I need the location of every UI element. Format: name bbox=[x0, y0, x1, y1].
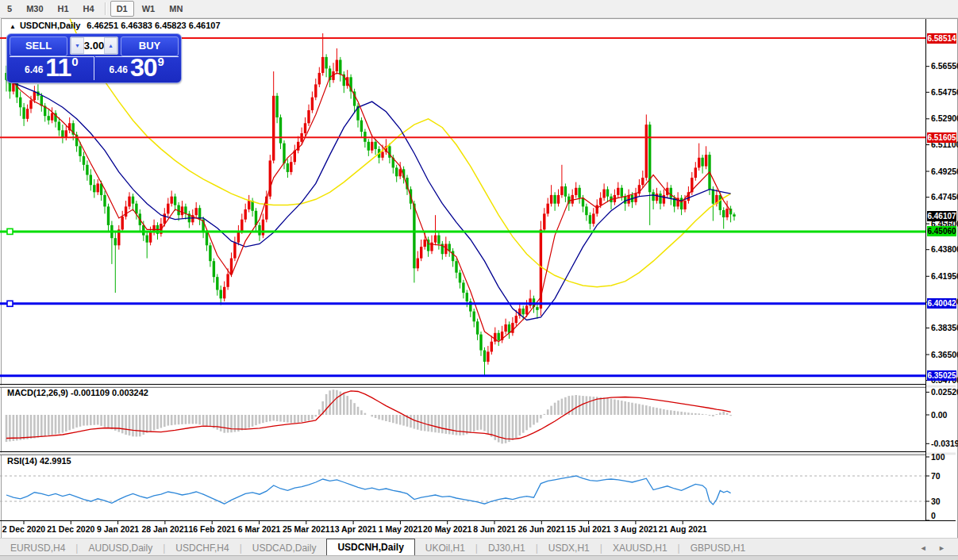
macd-name: MACD(12,26,9) bbox=[7, 388, 68, 397]
buy-price-sup: 9 bbox=[158, 55, 164, 68]
rsi-label: RSI(14) 42.9915 bbox=[7, 456, 71, 466]
timeframe-button-m30[interactable]: M30 bbox=[20, 1, 49, 17]
svg-text:6.36500: 6.36500 bbox=[931, 350, 958, 359]
svg-text:20 May 2021: 20 May 2021 bbox=[423, 524, 471, 534]
svg-text:28 Jan 2021: 28 Jan 2021 bbox=[141, 524, 188, 534]
ohlc-values: 6.46251 6.46383 6.45823 6.46107 bbox=[87, 21, 220, 30]
price-badge-6.35025: 6.35025 bbox=[927, 370, 956, 381]
svg-text:6.38350: 6.38350 bbox=[931, 323, 958, 332]
svg-text:30: 30 bbox=[931, 497, 941, 506]
rsi-name: RSI(14) bbox=[7, 456, 37, 466]
buy-quote[interactable]: 6.46 30 9 bbox=[95, 56, 179, 80]
svg-text:0.025209: 0.025209 bbox=[931, 387, 958, 397]
svg-text:6.47450: 6.47450 bbox=[931, 192, 958, 201]
chart-tab-usdchf[interactable]: USDCHF,H4 bbox=[165, 541, 239, 556]
svg-text:8 Jun 2021: 8 Jun 2021 bbox=[473, 524, 516, 534]
chart-tab-ukoil[interactable]: UKOil,H1 bbox=[415, 541, 475, 556]
svg-text:2 Dec 2020: 2 Dec 2020 bbox=[2, 524, 45, 534]
svg-text:100: 100 bbox=[931, 452, 945, 462]
svg-text:-0.03199: -0.03199 bbox=[931, 439, 958, 448]
svg-text:6.41950: 6.41950 bbox=[931, 271, 958, 281]
svg-text:16 Feb 2021: 16 Feb 2021 bbox=[188, 524, 236, 534]
timeframe-button-h1[interactable]: H1 bbox=[52, 1, 75, 17]
svg-text:70: 70 bbox=[931, 471, 941, 481]
svg-text:6.54750: 6.54750 bbox=[931, 87, 958, 97]
toolbar-separator bbox=[105, 2, 106, 15]
sell-price-big: 11 bbox=[45, 56, 71, 79]
price-badge-6.40042: 6.40042 bbox=[927, 298, 956, 309]
symbol-title: USDCNH,Daily bbox=[20, 21, 80, 30]
svg-text:15 Jul 2021: 15 Jul 2021 bbox=[567, 524, 611, 534]
sell-quote[interactable]: 6.46 11 0 bbox=[10, 56, 94, 80]
collapse-icon[interactable]: ▲ bbox=[10, 23, 16, 30]
volume-decrease-button[interactable]: ▼ bbox=[71, 37, 84, 54]
svg-text:26 Jun 2021: 26 Jun 2021 bbox=[518, 524, 566, 534]
macd-values: -0.001109 0.003242 bbox=[71, 388, 148, 397]
timeframe-button-w1[interactable]: W1 bbox=[136, 1, 162, 17]
svg-text:9 Jan 2021: 9 Jan 2021 bbox=[97, 524, 139, 534]
tab-scroll-arrows[interactable]: ◄ ► bbox=[920, 541, 958, 556]
buy-price-big: 30 bbox=[130, 56, 157, 79]
chart-tab-audusd[interactable]: AUDUSD,Daily bbox=[78, 541, 163, 556]
price-badge-6.45060: 6.45060 bbox=[927, 226, 956, 236]
status-strip bbox=[0, 555, 958, 560]
price-badge-6.51605: 6.51605 bbox=[927, 132, 956, 143]
svg-text:21 Aug 2021: 21 Aug 2021 bbox=[659, 524, 707, 534]
svg-text:13 Apr 2021: 13 Apr 2021 bbox=[330, 524, 377, 534]
chart-tab-dj30[interactable]: DJ30,H1 bbox=[478, 541, 536, 556]
price-badge-6.46107: 6.46107 bbox=[927, 211, 956, 221]
sell-price-sup: 0 bbox=[71, 55, 78, 68]
volume-spinner: ▼ 3.00 ▲ bbox=[70, 36, 118, 55]
svg-text:0.00: 0.00 bbox=[931, 410, 948, 420]
svg-text:6.56550: 6.56550 bbox=[931, 61, 958, 71]
timeframe-button-mn[interactable]: MN bbox=[163, 1, 189, 17]
timeframe-button-d1[interactable]: D1 bbox=[110, 1, 134, 17]
chart-tab-eurusd[interactable]: EURUSD,H4 bbox=[0, 541, 75, 556]
svg-text:6.49250: 6.49250 bbox=[931, 167, 958, 176]
svg-text:6.52900: 6.52900 bbox=[931, 113, 958, 123]
svg-text:1 May 2021: 1 May 2021 bbox=[379, 524, 423, 534]
timeframe-toolbar: 5M30H1H4D1W1MN bbox=[0, 0, 958, 18]
timeframe-button-5[interactable]: 5 bbox=[1, 1, 18, 17]
svg-text:25 Mar 2021: 25 Mar 2021 bbox=[283, 524, 330, 534]
chart-tab-usdcad[interactable]: USDCAD,Daily bbox=[242, 541, 327, 556]
chart-tab-usdx[interactable]: USDX,H1 bbox=[538, 541, 600, 556]
chart-canvas[interactable]: 6.565506.547506.529006.511006.492506.474… bbox=[0, 0, 958, 560]
rsi-value: 42.9915 bbox=[40, 456, 71, 466]
macd-label: MACD(12,26,9) -0.001109 0.003242 bbox=[7, 388, 148, 397]
one-click-trade-panel: SELL ▼ 3.00 ▲ BUY 6.46 11 0 6.46 30 9 bbox=[6, 33, 182, 83]
chart-tab-xauusd[interactable]: XAUUSD,H1 bbox=[602, 541, 678, 556]
price-badge-6.58514: 6.58514 bbox=[927, 33, 956, 44]
svg-text:6 Mar 2021: 6 Mar 2021 bbox=[238, 524, 281, 534]
chart-tab-bar: EURUSD,H4|AUDUSD,Daily|USDCHF,H4|USDCAD,… bbox=[0, 538, 958, 556]
symbol-header: ▲USDCNH,Daily6.46251 6.46383 6.45823 6.4… bbox=[10, 21, 221, 30]
sell-price-small: 6.46 bbox=[25, 64, 43, 75]
svg-text:6.43800: 6.43800 bbox=[931, 244, 958, 254]
buy-price-small: 6.46 bbox=[110, 64, 128, 75]
chart-tab-usdcnh[interactable]: USDCNH,Daily bbox=[326, 539, 414, 556]
svg-text:3 Aug 2021: 3 Aug 2021 bbox=[614, 524, 657, 534]
volume-increase-button[interactable]: ▲ bbox=[104, 37, 117, 54]
svg-text:21 Dec 2020: 21 Dec 2020 bbox=[47, 524, 94, 534]
timeframe-button-h4[interactable]: H4 bbox=[77, 1, 101, 17]
svg-text:0: 0 bbox=[931, 511, 936, 520]
volume-input[interactable]: 3.00 bbox=[84, 37, 104, 54]
chart-tab-gbpusd[interactable]: GBPUSD,H1 bbox=[680, 541, 756, 556]
